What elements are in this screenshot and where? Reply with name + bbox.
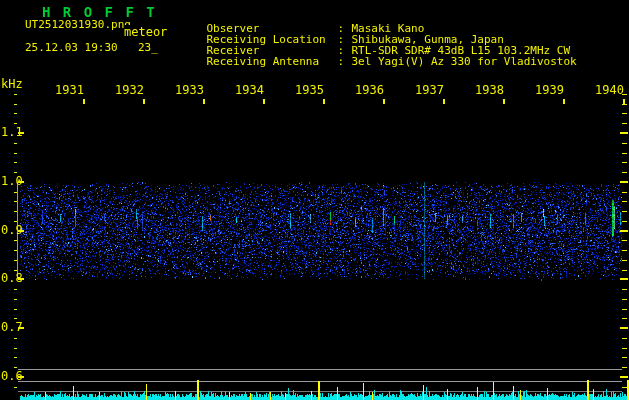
x-axis-label-1: 1932 — [115, 84, 144, 96]
x-axis-label-5: 1936 — [355, 84, 384, 96]
x-axis-label-2: 1933 — [175, 84, 204, 96]
y-axis-label-5: 0.6 — [1, 370, 23, 382]
y-axis-label-0: 1.1 — [1, 126, 23, 138]
hrofft-screen: H R O F F T UT2512031930.png meteor 25.1… — [0, 0, 629, 400]
x-axis-label-8: 1939 — [535, 84, 564, 96]
axis-labels-layer: 1.11.00.90.80.70.61931193219331934193519… — [0, 0, 629, 400]
x-axis-label-3: 1934 — [235, 84, 264, 96]
y-axis-label-4: 0.7 — [1, 321, 23, 333]
x-axis-label-0: 1931 — [55, 84, 84, 96]
x-axis-label-6: 1937 — [415, 84, 444, 96]
x-axis-label-4: 1935 — [295, 84, 324, 96]
x-axis-label-9: 1940 — [595, 84, 624, 96]
y-axis-label-2: 0.9 — [1, 224, 23, 236]
y-axis-label-3: 0.8 — [1, 272, 23, 284]
y-axis-label-1: 1.0 — [1, 175, 23, 187]
x-axis-label-7: 1938 — [475, 84, 504, 96]
